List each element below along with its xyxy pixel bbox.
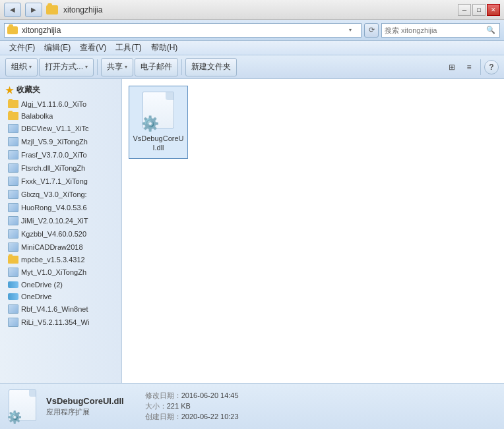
sidebar-item[interactable]: OneDrive (2) <box>0 279 121 291</box>
app-icon <box>8 229 18 239</box>
open-arrow: ▾ <box>85 64 88 70</box>
title-bar: ◀ ▶ xitongzhijia ─ □ ✕ <box>0 0 504 20</box>
title-bar-left: ◀ ▶ xitongzhijia <box>4 3 102 17</box>
sidebar-item-label: mpcbe_v1.5.3.4312 <box>21 256 85 264</box>
organize-button[interactable]: 组织 ▾ <box>5 58 38 76</box>
sidebar-item-label: Balabolka <box>21 112 53 120</box>
open-button[interactable]: 打开方式... ▾ <box>39 58 94 76</box>
status-file-icon: ⚙️ <box>7 389 38 424</box>
sidebar-item[interactable]: HuoRong_V4.0.53.6 <box>0 201 121 214</box>
path-folder-icon <box>7 26 18 34</box>
status-details: 修改日期：2016-06-20 14:45大小：221 KB创建日期：2020-… <box>145 391 239 422</box>
sidebar-item-label: OneDrive <box>21 293 51 300</box>
app-icon <box>8 304 18 314</box>
sidebar-item[interactable]: DBCView_V1.1_XiTc <box>0 122 121 135</box>
dll-gears-icon: ⚙️ <box>141 115 159 132</box>
app-icon <box>8 137 18 146</box>
folder-icon <box>46 5 58 14</box>
status-detail-label: 大小： <box>145 402 167 410</box>
refresh-button[interactable]: ⟳ <box>364 23 379 38</box>
sidebar: ★ 收藏夹 Algj_V1.11.6.0_XiToBalabolkaDBCVie… <box>0 79 122 383</box>
window-title: xitongzhijia <box>63 5 102 14</box>
status-filename: VsDebugCoreUI.dll <box>46 396 124 406</box>
status-detail-value: 221 KB <box>167 402 191 410</box>
onedrive-icon <box>8 281 18 288</box>
app-icon <box>8 190 18 199</box>
sidebar-item[interactable]: Mzjl_V5.9_XiTongZh <box>0 135 121 148</box>
status-detail-row: 大小：221 KB <box>145 401 239 411</box>
share-arrow: ▾ <box>125 64 127 70</box>
app-icon <box>8 318 18 327</box>
app-icon <box>8 243 18 252</box>
nav-forward-button[interactable]: ▶ <box>25 3 42 17</box>
sidebar-item[interactable]: Algj_V1.11.6.0_XiTo <box>0 98 121 110</box>
separator-2 <box>181 59 182 75</box>
status-type: 应用程序扩展 <box>46 407 124 417</box>
status-detail-row: 修改日期：2016-06-20 14:45 <box>145 391 239 401</box>
sidebar-item-label: Fxxk_V1.7.1_XiTong <box>21 177 88 185</box>
sidebar-item-label: Glxzq_V3.0_XiTong: <box>21 190 87 198</box>
app-icon <box>8 163 18 173</box>
sidebar-item-label: RiLi_V5.2.11.354_Wi <box>21 318 89 326</box>
separator-1 <box>97 59 98 75</box>
status-bar: ⚙️ VsDebugCoreUI.dll 应用程序扩展 修改日期：2016-06… <box>0 383 504 429</box>
menu-file[interactable]: 文件(F) <box>5 41 39 55</box>
sidebar-item-label: HuoRong_V4.0.53.6 <box>21 204 87 212</box>
app-icon <box>8 216 18 225</box>
maximize-button[interactable]: □ <box>472 4 486 16</box>
organize-arrow: ▾ <box>29 64 32 70</box>
favorites-header: ★ 收藏夹 <box>0 82 121 98</box>
search-button[interactable]: 🔍 <box>485 24 497 36</box>
help-button[interactable]: ? <box>484 60 499 74</box>
close-button[interactable]: ✕ <box>487 4 500 16</box>
sidebar-item[interactable]: OneDrive <box>0 291 121 302</box>
sidebar-item[interactable]: Fxxk_V1.7.1_XiTong <box>0 175 121 188</box>
address-dropdown-arrow[interactable]: ▾ <box>349 27 358 33</box>
search-box[interactable]: 🔍 <box>381 23 500 38</box>
folder-icon <box>8 112 18 120</box>
sidebar-item-label: Rbf_V4.1.6_Win8net <box>21 305 88 313</box>
view-list-button[interactable]: ≡ <box>461 59 477 75</box>
sidebar-item-label: MiniCADDraw2018 <box>21 243 83 251</box>
onedrive-icon <box>8 293 18 300</box>
file-item[interactable]: ⚙️ VsDebugCoreUI.dll <box>129 86 188 159</box>
new-folder-button[interactable]: 新建文件夹 <box>185 58 237 76</box>
sidebar-item[interactable]: RiLi_V5.2.11.354_Wi <box>0 316 121 329</box>
view-toggle-button[interactable]: ⊞ <box>444 59 460 75</box>
app-icon <box>8 268 18 277</box>
share-button[interactable]: 共享 ▾ <box>101 58 133 76</box>
sidebar-item[interactable]: Balabolka <box>0 110 121 122</box>
status-detail-value: 2020-06-22 10:23 <box>181 413 239 420</box>
sidebar-item-label: JiMi_V2.0.10.24_XiT <box>21 217 88 225</box>
sidebar-item[interactable]: Ftsrch.dll_XiTongZh <box>0 161 121 175</box>
menu-tools[interactable]: 工具(T) <box>111 41 145 55</box>
nav-back-button[interactable]: ◀ <box>4 3 21 17</box>
sidebar-item-label: Frasf_V3.7.0.0_XiTo <box>21 151 87 159</box>
menu-edit[interactable]: 编辑(E) <box>40 41 75 55</box>
menu-view[interactable]: 查看(V) <box>76 41 110 55</box>
menu-help[interactable]: 帮助(H) <box>147 41 182 55</box>
sidebar-item[interactable]: Glxzq_V3.0_XiTong: <box>0 188 121 201</box>
sidebar-item[interactable]: Frasf_V3.7.0.0_XiTo <box>0 148 121 161</box>
toolbar-right: ⊞ ≡ ? <box>444 59 499 75</box>
minimize-button[interactable]: ─ <box>458 4 471 16</box>
sidebar-item[interactable]: JiMi_V2.0.10.24_XiT <box>0 214 121 227</box>
status-detail-value: 2016-06-20 14:45 <box>181 391 239 399</box>
sidebar-item-label: Myt_V1.0_XiTongZh <box>21 268 86 276</box>
email-button[interactable]: 电子邮件 <box>135 58 178 76</box>
app-icon <box>8 150 18 159</box>
address-input[interactable]: xitongzhijia ▾ <box>4 23 362 38</box>
main-area: ★ 收藏夹 Algj_V1.11.6.0_XiToBalabolkaDBCVie… <box>0 79 504 383</box>
sidebar-item[interactable]: Myt_V1.0_XiTongZh <box>0 266 121 279</box>
sidebar-item[interactable]: Rbf_V4.1.6_Win8net <box>0 302 121 316</box>
app-icon <box>8 124 18 133</box>
star-icon: ★ <box>5 85 14 96</box>
menu-bar: 文件(F) 编辑(E) 查看(V) 工具(T) 帮助(H) <box>0 41 504 55</box>
separator-3 <box>480 59 481 75</box>
sidebar-item[interactable]: Kgzbbl_V4.60.0.520 <box>0 227 121 241</box>
sidebar-item[interactable]: MiniCADDraw2018 <box>0 241 121 254</box>
sidebar-item[interactable]: mpcbe_v1.5.3.4312 <box>0 254 121 266</box>
status-detail-label: 创建日期： <box>145 413 181 420</box>
search-input[interactable] <box>385 26 485 34</box>
status-detail-label: 修改日期： <box>145 391 181 399</box>
